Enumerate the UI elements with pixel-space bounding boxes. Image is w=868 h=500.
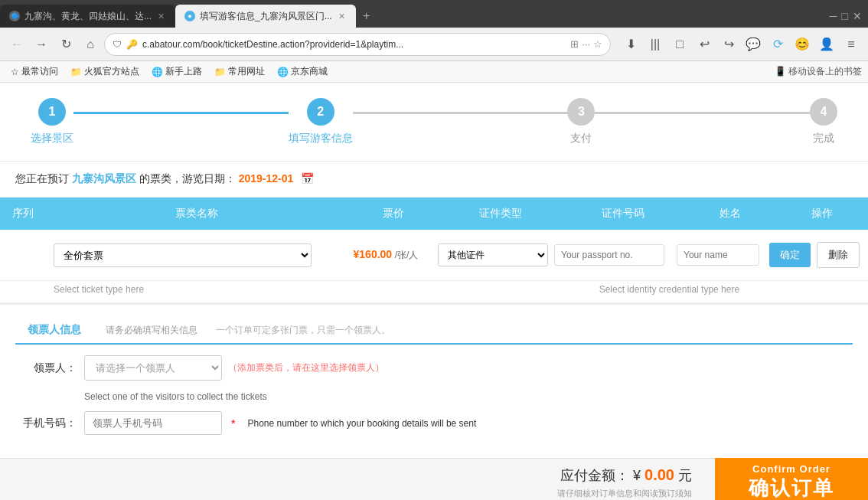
- step-1: 1 选择景区: [31, 98, 73, 145]
- mobile-bookmark[interactable]: 📱 移动设备上的书签: [775, 65, 862, 78]
- confirm-order-button[interactable]: Confirm Order 确认订单: [715, 458, 868, 500]
- bookmark-firefox[interactable]: 📁 火狐官方站点: [66, 64, 144, 80]
- tab-1-title: 九寨沟、黄龙、四姑娘山、达...: [24, 10, 152, 23]
- collector-tab-info[interactable]: 领票人信息: [15, 317, 93, 345]
- nav-bar: ← → ↻ ⌂ 🛡 🔑 c.abatour.com/book/ticketDes…: [0, 28, 868, 61]
- booking-scenic: 九寨沟风景区: [72, 172, 136, 185]
- ticket-type-select[interactable]: 全价套票: [54, 243, 312, 267]
- back-button[interactable]: ←: [6, 34, 28, 55]
- table-row: 全价套票 ¥160.00 /张/人 其他证件 确定 删除: [0, 230, 868, 281]
- tab-2-favicon: ●: [184, 11, 195, 21]
- download-button[interactable]: ⬇: [620, 34, 641, 55]
- passport-input[interactable]: [554, 244, 664, 266]
- bookmarks-bar: ☆ 最常访问 📁 火狐官方站点 🌐 新手上路 📁 常用网址 🌐 京东商城 📱 移…: [0, 61, 868, 83]
- tab-bar: 🔷 九寨沟、黄龙、四姑娘山、达... ✕ ● 填写游客信息_九寨沟风景区门...…: [0, 0, 868, 28]
- bookmark-most-visited[interactable]: ☆ 最常访问: [6, 64, 63, 80]
- bookmark-label: 常用网址: [228, 65, 265, 78]
- close-window-button[interactable]: ✕: [853, 10, 862, 22]
- booking-info: 您正在预订 九寨沟风景区 的票类，游览日期： 2019-12-01 📅: [0, 162, 868, 198]
- booking-prefix: 您正在预订: [15, 172, 69, 185]
- step-3: 3 支付: [567, 98, 595, 145]
- tab-1-close[interactable]: ✕: [156, 10, 166, 23]
- row-cert-type: 其他证件: [432, 243, 554, 266]
- address-actions: ⊞ ··· ☆: [570, 38, 602, 50]
- name-input[interactable]: [677, 244, 759, 266]
- total-value: 0.00: [644, 466, 674, 483]
- required-star: *: [231, 417, 235, 430]
- delete-row-button[interactable]: 删除: [817, 242, 860, 268]
- total-note: 请仔细核对订单信息和阅读预订须知: [557, 488, 692, 499]
- folder-icon: 📁: [70, 67, 82, 77]
- site-icon: 🔑: [126, 39, 138, 50]
- table-header: 序列 票类名称 票价 证件类型 证件号码 姓名 操作: [0, 198, 868, 230]
- chat-button[interactable]: 💬: [742, 34, 764, 55]
- confirm-row-button[interactable]: 确定: [769, 243, 811, 267]
- ticket-table: 序列 票类名称 票价 证件类型 证件号码 姓名 操作 全价套票 ¥160.00 …: [0, 198, 868, 302]
- bookmark-common[interactable]: 📁 常用网址: [210, 64, 269, 80]
- bookmark-star-icon[interactable]: ☆: [593, 38, 602, 50]
- bookmark-label: 最常访问: [21, 65, 58, 78]
- collector-select[interactable]: 请选择一个领票人: [84, 355, 222, 381]
- row-action: 确定 删除: [768, 242, 860, 268]
- phone-control: * Phone number to which your booking det…: [84, 411, 476, 435]
- profile-button[interactable]: 😊: [791, 34, 813, 55]
- header-price: 票价: [348, 198, 439, 230]
- header-name: 姓名: [684, 198, 776, 230]
- maximize-button[interactable]: □: [842, 10, 848, 22]
- collector-label: 领票人：: [23, 361, 84, 375]
- home-button[interactable]: ⌂: [80, 34, 101, 55]
- step-4-label: 完成: [813, 132, 834, 145]
- collector-tabs: 领票人信息 请务必确填写相关信息 一个订单可定多张门票，只需一个领票人。: [15, 317, 853, 345]
- phone-form-row: 手机号码： * Phone number to which your booki…: [15, 411, 853, 435]
- confirm-btn-en: Confirm Order: [752, 463, 830, 475]
- more-icon[interactable]: ···: [582, 38, 590, 50]
- folder-icon-2: 📁: [214, 67, 226, 77]
- cert-hint: Select identity credential type here: [592, 284, 860, 295]
- menu-button[interactable]: ≡: [840, 34, 862, 55]
- collector-select-hint: （添加票类后，请在这里选择领票人）: [228, 361, 384, 374]
- header-action: 操作: [776, 198, 868, 230]
- tab-2-title: 填写游客信息_九寨沟风景区门...: [200, 10, 332, 23]
- phone-input[interactable]: [84, 411, 222, 435]
- total-label: 应付金额：: [560, 468, 629, 483]
- step-4-circle: 4: [810, 98, 837, 126]
- tab-2-close[interactable]: ✕: [337, 10, 347, 23]
- globe-icon-2: 🌐: [277, 67, 289, 77]
- refresh-button[interactable]: ↻: [55, 34, 77, 55]
- sync-button[interactable]: ⟳: [767, 34, 788, 55]
- collector-hint1: 请务必确填写相关信息: [93, 318, 210, 343]
- globe-icon: 🌐: [152, 67, 163, 77]
- step-line-1: [73, 112, 289, 114]
- undo-button[interactable]: ↩: [693, 34, 715, 55]
- header-cert-no: 证件号码: [562, 198, 684, 230]
- header-cert-type: 证件类型: [439, 198, 562, 230]
- bookmark-newbie[interactable]: 🌐 新手上路: [147, 64, 207, 80]
- total-currency: ¥: [633, 468, 641, 483]
- cert-type-select[interactable]: 其他证件: [438, 243, 548, 266]
- account-button[interactable]: 👤: [816, 34, 837, 55]
- steps: 1 选择景区 2 填写游客信息 3 支付 4: [31, 98, 837, 145]
- address-bar[interactable]: 🛡 🔑 c.abatour.com/book/ticketDestine.act…: [104, 33, 611, 56]
- toolbar-buttons: ⬇ ||| □ ↩ ↪ 💬 ⟳ 😊 👤 ≡: [620, 34, 862, 55]
- tab-1[interactable]: 🔷 九寨沟、黄龙、四姑娘山、达... ✕: [0, 5, 175, 28]
- price-unit: /张/人: [395, 250, 419, 260]
- redo-button[interactable]: ↪: [718, 34, 739, 55]
- bookmarks-button[interactable]: |||: [644, 34, 666, 55]
- address-text: c.abatour.com/book/ticketDestine.action?…: [142, 39, 566, 50]
- calendar-icon[interactable]: 📅: [301, 172, 314, 185]
- history-button[interactable]: □: [669, 34, 690, 55]
- minimize-button[interactable]: ─: [830, 10, 837, 22]
- row-ticket-type: 全价套票: [54, 243, 340, 267]
- page-content: 1 选择景区 2 填写游客信息 3 支付 4: [0, 83, 868, 500]
- qr-icon[interactable]: ⊞: [570, 38, 579, 50]
- collector-hint2: 一个订单可定多张门票，只需一个领票人。: [210, 318, 396, 343]
- total-section: 应付金额： ¥ 0.00 元 请仔细核对订单信息和阅读预订须知: [0, 458, 715, 500]
- confirm-btn-zh: 确认订单: [749, 475, 834, 500]
- collector-form-row: 领票人： 请选择一个领票人 （添加票类后，请在这里选择领票人）: [15, 355, 853, 381]
- new-tab-button[interactable]: +: [356, 5, 377, 28]
- bookmark-jd[interactable]: 🌐 京东商城: [272, 64, 332, 80]
- forward-button[interactable]: →: [31, 34, 52, 55]
- bookmark-label: 新手上路: [165, 65, 202, 78]
- booking-middle: 的票类，游览日期：: [139, 172, 236, 185]
- tab-2[interactable]: ● 填写游客信息_九寨沟风景区门... ✕: [175, 5, 356, 28]
